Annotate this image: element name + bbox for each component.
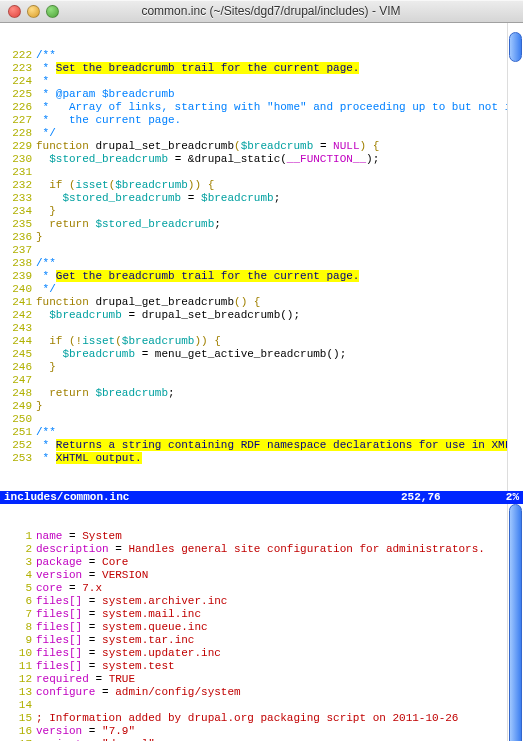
code-line[interactable]: 235 return $stored_breadcrumb; xyxy=(0,218,523,231)
code-content[interactable]: */ xyxy=(36,283,523,296)
code-content[interactable]: * Array of links, starting with "home" a… xyxy=(36,101,523,114)
code-line[interactable]: 233 $stored_breadcrumb = $breadcrumb; xyxy=(0,192,523,205)
code-line[interactable]: 245 $breadcrumb = menu_get_active_breadc… xyxy=(0,348,523,361)
pane-bottom[interactable]: 1name = System2description = Handles gen… xyxy=(0,504,523,741)
code-line[interactable]: 1name = System xyxy=(0,530,523,543)
code-content[interactable]: $stored_breadcrumb = $breadcrumb; xyxy=(36,192,523,205)
code-line[interactable]: 228 */ xyxy=(0,127,523,140)
code-content[interactable]: return $breadcrumb; xyxy=(36,387,523,400)
code-content[interactable]: function drupal_get_breadcrumb() { xyxy=(36,296,523,309)
code-content[interactable]: * the current page. xyxy=(36,114,523,127)
code-content[interactable]: files[] = system.archiver.inc xyxy=(36,595,523,608)
code-content[interactable]: files[] = system.updater.inc xyxy=(36,647,523,660)
scrollbar-thumb-bottom[interactable] xyxy=(509,504,522,741)
code-content[interactable]: */ xyxy=(36,127,523,140)
code-line[interactable]: 12required = TRUE xyxy=(0,673,523,686)
code-line[interactable]: 7files[] = system.mail.inc xyxy=(0,608,523,621)
code-line[interactable]: 10files[] = system.updater.inc xyxy=(0,647,523,660)
code-content[interactable]: /** xyxy=(36,49,523,62)
code-content[interactable]: * Returns a string containing RDF namesp… xyxy=(36,439,523,452)
code-line[interactable]: 8files[] = system.queue.inc xyxy=(0,621,523,634)
code-content[interactable]: if (isset($breadcrumb)) { xyxy=(36,179,523,192)
code-line[interactable]: 236} xyxy=(0,231,523,244)
code-line[interactable]: 248 return $breadcrumb; xyxy=(0,387,523,400)
minimize-icon[interactable] xyxy=(27,5,40,18)
code-content[interactable]: description = Handles general site confi… xyxy=(36,543,523,556)
code-content[interactable]: $breadcrumb = menu_get_active_breadcrumb… xyxy=(36,348,523,361)
code-content[interactable]: package = Core xyxy=(36,556,523,569)
code-line[interactable]: 234 } xyxy=(0,205,523,218)
scrollbar-bottom[interactable] xyxy=(507,504,523,741)
code-content[interactable]: * xyxy=(36,75,523,88)
code-content[interactable]: version = "7.9" xyxy=(36,725,523,738)
code-line[interactable]: 239 * Get the breadcrumb trail for the c… xyxy=(0,270,523,283)
code-content[interactable]: configure = admin/config/system xyxy=(36,686,523,699)
code-content[interactable]: name = System xyxy=(36,530,523,543)
code-line[interactable]: 229function drupal_set_breadcrumb($bread… xyxy=(0,140,523,153)
code-line[interactable]: 14 xyxy=(0,699,523,712)
code-content[interactable]: } xyxy=(36,361,523,374)
code-line[interactable]: 2description = Handles general site conf… xyxy=(0,543,523,556)
code-content[interactable]: files[] = system.mail.inc xyxy=(36,608,523,621)
code-content[interactable]: } xyxy=(36,231,523,244)
code-content[interactable] xyxy=(36,699,523,712)
scrollbar-thumb-top[interactable] xyxy=(509,32,522,62)
code-content[interactable]: function drupal_set_breadcrumb($breadcru… xyxy=(36,140,523,153)
code-line[interactable]: 240 */ xyxy=(0,283,523,296)
pane-top[interactable]: 222/**223 * Set the breadcrumb trail for… xyxy=(0,23,523,491)
code-line[interactable]: 4version = VERSION xyxy=(0,569,523,582)
code-line[interactable]: 246 } xyxy=(0,361,523,374)
code-content[interactable]: /** xyxy=(36,426,523,439)
code-content[interactable]: files[] = system.tar.inc xyxy=(36,634,523,647)
code-line[interactable]: 243 xyxy=(0,322,523,335)
code-line[interactable]: 251/** xyxy=(0,426,523,439)
code-line[interactable]: 15; Information added by drupal.org pack… xyxy=(0,712,523,725)
code-content[interactable] xyxy=(36,322,523,335)
code-line[interactable]: 6files[] = system.archiver.inc xyxy=(0,595,523,608)
code-content[interactable]: $stored_breadcrumb = &drupal_static(__FU… xyxy=(36,153,523,166)
code-content[interactable]: /** xyxy=(36,257,523,270)
code-content[interactable]: core = 7.x xyxy=(36,582,523,595)
code-content[interactable]: * Set the breadcrumb trail for the curre… xyxy=(36,62,523,75)
zoom-icon[interactable] xyxy=(46,5,59,18)
code-content[interactable]: * Get the breadcrumb trail for the curre… xyxy=(36,270,523,283)
code-content[interactable]: } xyxy=(36,205,523,218)
code-content[interactable]: version = VERSION xyxy=(36,569,523,582)
code-line[interactable]: 249} xyxy=(0,400,523,413)
code-content[interactable]: } xyxy=(36,400,523,413)
code-line[interactable]: 3package = Core xyxy=(0,556,523,569)
code-line[interactable]: 232 if (isset($breadcrumb)) { xyxy=(0,179,523,192)
code-line[interactable]: 226 * Array of links, starting with "hom… xyxy=(0,101,523,114)
code-line[interactable]: 244 if (!isset($breadcrumb)) { xyxy=(0,335,523,348)
code-line[interactable]: 252 * Returns a string containing RDF na… xyxy=(0,439,523,452)
code-content[interactable]: required = TRUE xyxy=(36,673,523,686)
code-content[interactable] xyxy=(36,166,523,179)
code-content[interactable]: $breadcrumb = drupal_set_breadcrumb(); xyxy=(36,309,523,322)
code-content[interactable]: * @param $breadcrumb xyxy=(36,88,523,101)
code-line[interactable]: 231 xyxy=(0,166,523,179)
code-line[interactable]: 238/** xyxy=(0,257,523,270)
code-line[interactable]: 11files[] = system.test xyxy=(0,660,523,673)
code-content[interactable]: files[] = system.test xyxy=(36,660,523,673)
code-line[interactable]: 5core = 7.x xyxy=(0,582,523,595)
code-line[interactable]: 13configure = admin/config/system xyxy=(0,686,523,699)
code-line[interactable]: 247 xyxy=(0,374,523,387)
code-content[interactable] xyxy=(36,244,523,257)
code-content[interactable]: return $stored_breadcrumb; xyxy=(36,218,523,231)
scrollbar-top[interactable] xyxy=(507,23,523,491)
code-content[interactable] xyxy=(36,413,523,426)
code-line[interactable]: 224 * xyxy=(0,75,523,88)
code-content[interactable] xyxy=(36,374,523,387)
code-content[interactable]: ; Information added by drupal.org packag… xyxy=(36,712,523,725)
code-line[interactable]: 237 xyxy=(0,244,523,257)
code-line[interactable]: 9files[] = system.tar.inc xyxy=(0,634,523,647)
close-icon[interactable] xyxy=(8,5,21,18)
code-line[interactable]: 16version = "7.9" xyxy=(0,725,523,738)
code-line[interactable]: 241function drupal_get_breadcrumb() { xyxy=(0,296,523,309)
code-line[interactable]: 253 * XHTML output. xyxy=(0,452,523,465)
code-line[interactable]: 227 * the current page. xyxy=(0,114,523,127)
code-content[interactable]: * XHTML output. xyxy=(36,452,523,465)
code-content[interactable]: if (!isset($breadcrumb)) { xyxy=(36,335,523,348)
code-line[interactable]: 225 * @param $breadcrumb xyxy=(0,88,523,101)
code-line[interactable]: 222/** xyxy=(0,49,523,62)
